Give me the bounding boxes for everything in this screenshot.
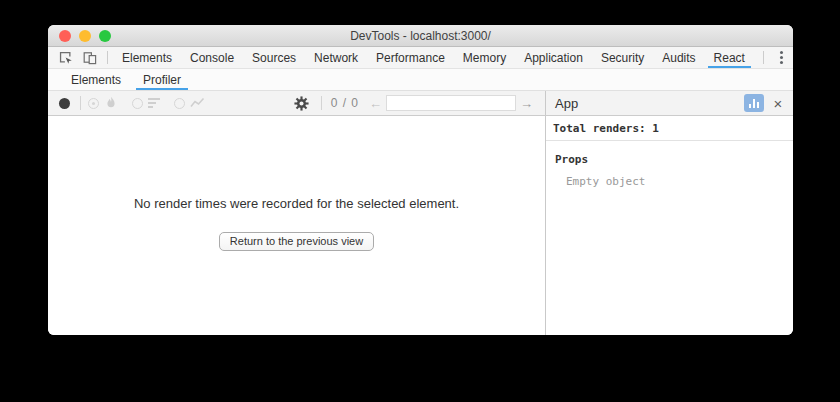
profiler-toolbar: 0 / 0 ← → App × [48, 91, 793, 116]
zoom-window-button[interactable] [99, 30, 111, 42]
gear-icon [294, 96, 309, 111]
return-previous-view-button[interactable]: Return to the previous view [219, 232, 374, 251]
side-panel-header: App × [545, 91, 793, 115]
tab-performance[interactable]: Performance [367, 47, 454, 68]
props-value: Empty object [566, 175, 793, 188]
selected-component-name: App [555, 96, 739, 111]
tab-elements[interactable]: Elements [113, 47, 181, 68]
close-window-button[interactable] [59, 30, 71, 42]
more-options-button[interactable] [769, 47, 793, 68]
tab-security[interactable]: Security [592, 47, 653, 68]
traffic-lights [59, 25, 111, 46]
divider [763, 51, 764, 64]
next-snapshot-button[interactable]: → [516, 96, 537, 111]
window-title: DevTools - localhost:3000/ [48, 29, 793, 43]
line-chart-icon [190, 97, 205, 109]
interactions-view-toggle[interactable] [174, 97, 205, 109]
total-renders-value: 1 [652, 122, 659, 135]
profiler-content: No render times were recorded for the se… [48, 116, 793, 335]
tab-sources[interactable]: Sources [243, 47, 305, 68]
tabbar-spacer [754, 47, 758, 68]
react-subtabbar: Elements Profiler [48, 69, 793, 91]
flame-icon [104, 96, 118, 110]
inspect-element-button[interactable] [54, 47, 78, 68]
radio-selected [88, 98, 99, 109]
subtab-elements[interactable]: Elements [60, 69, 132, 90]
props-label: Props [555, 153, 793, 166]
minimize-window-button[interactable] [79, 30, 91, 42]
previous-snapshot-button[interactable]: ← [365, 96, 386, 111]
total-renders-label: Total renders: [553, 122, 646, 135]
inspect-cursor-icon [59, 51, 73, 65]
search-input[interactable] [386, 95, 516, 111]
ranked-bars-icon [148, 98, 160, 108]
bar-chart-icon [749, 104, 751, 108]
close-icon: × [774, 96, 783, 111]
tab-react[interactable]: React [705, 47, 754, 68]
record-button[interactable] [59, 98, 70, 109]
tab-console[interactable]: Console [181, 47, 243, 68]
divider [107, 51, 108, 64]
subtab-profiler[interactable]: Profiler [132, 69, 192, 90]
tab-application[interactable]: Application [515, 47, 592, 68]
profiler-controls: 0 / 0 ← → [48, 91, 545, 115]
tab-audits[interactable]: Audits [653, 47, 704, 68]
flamegraph-view-toggle[interactable] [88, 96, 118, 110]
device-toolbar-icon [83, 51, 97, 65]
close-panel-button[interactable]: × [769, 94, 787, 112]
total-renders-row: Total renders: 1 [546, 116, 793, 141]
divider [321, 96, 322, 110]
devtools-tabbar: Elements Console Sources Network Perform… [48, 47, 793, 69]
tab-network[interactable]: Network [305, 47, 367, 68]
desktop-background: DevTools - localhost:3000/ Elements Cons… [0, 0, 840, 402]
devtools-window: DevTools - localhost:3000/ Elements Cons… [48, 25, 793, 335]
titlebar: DevTools - localhost:3000/ [48, 25, 793, 47]
component-details-panel: Total renders: 1 Props Empty object [545, 116, 793, 335]
snapshot-counter: 0 / 0 [331, 96, 359, 110]
device-toolbar-button[interactable] [78, 47, 102, 68]
tab-memory[interactable]: Memory [454, 47, 515, 68]
kebab-menu-icon [780, 51, 783, 54]
divider [80, 96, 81, 110]
radio-unselected [132, 98, 143, 109]
profiler-main-view: No render times were recorded for the se… [48, 116, 545, 335]
radio-unselected [174, 98, 185, 109]
render-chart-button[interactable] [744, 94, 764, 112]
settings-button[interactable] [290, 96, 314, 111]
empty-state-message: No render times were recorded for the se… [134, 196, 459, 211]
ranked-view-toggle[interactable] [132, 98, 160, 109]
